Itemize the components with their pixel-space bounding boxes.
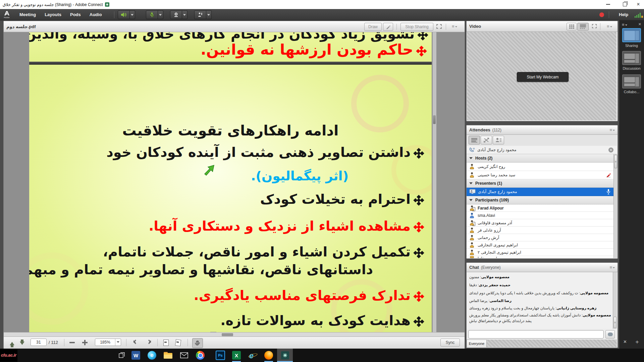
video-pod-menu-icon[interactable]: ≡: [607, 24, 612, 28]
menu-meeting[interactable]: Meeting: [19, 12, 36, 17]
taskbar-file-explorer[interactable]: [160, 349, 176, 362]
undo-button[interactable]: [132, 339, 140, 347]
horizontal-scroll-thumb[interactable]: [222, 333, 233, 336]
adobe-connect-app-icon: [105, 2, 109, 7]
layout-delete-icon[interactable]: ✕: [623, 339, 627, 344]
next-page-button[interactable]: [20, 340, 24, 347]
presenters-section-header[interactable]: Presenters (1): [467, 179, 618, 188]
presenter-row-selected[interactable]: محمود زارع جمال آبادی: [467, 188, 613, 196]
menu-audio[interactable]: Audio: [90, 12, 102, 17]
dismiss-active-speaker-icon[interactable]: ✕: [608, 147, 613, 153]
page-number-input[interactable]: 31: [31, 339, 47, 346]
attendee-row[interactable]: sma.Alavi: [467, 212, 613, 219]
microphone-button[interactable]: [146, 10, 158, 19]
taskbar-internet-explorer[interactable]: e: [245, 349, 260, 362]
share-vertical-scrollbar[interactable]: [432, 32, 436, 332]
fit-width-button[interactable]: [163, 340, 169, 346]
stop-sharing-button[interactable]: Stop Sharing: [400, 23, 433, 31]
attendees-scroll-thumb[interactable]: ≡: [614, 155, 617, 168]
menu-pods[interactable]: Pods: [70, 12, 81, 17]
vertical-scroll-thumb[interactable]: [433, 115, 436, 124]
taskbar-mail[interactable]: [176, 349, 192, 362]
attendee-row[interactable]: Farad Alipour: [467, 204, 613, 212]
layout-sharing-thumbnail[interactable]: [622, 28, 641, 42]
pointer-tool-button[interactable]: [383, 23, 393, 31]
status-options-dropdown[interactable]: [206, 10, 212, 19]
attendee-row[interactable]: آذر مسعودی قاوقانی: [467, 219, 613, 227]
zoom-in-button[interactable]: [82, 340, 88, 345]
redo-button[interactable]: [145, 339, 152, 347]
start-button[interactable]: cfu.ac.ir: [0, 349, 17, 362]
zoom-level-select[interactable]: 185%: [95, 339, 121, 346]
help-menu[interactable]: Help: [619, 12, 628, 17]
zoom-out-button[interactable]: [69, 342, 75, 343]
taskbar-firefox[interactable]: [261, 349, 276, 362]
chat-pod-menu-icon[interactable]: ≡: [609, 265, 615, 269]
video-filmstrip-view-button[interactable]: [577, 23, 589, 31]
chat-input[interactable]: [468, 330, 604, 339]
fit-page-button[interactable]: [175, 340, 181, 346]
attendee-row[interactable]: آرش رحمانی: [467, 234, 613, 241]
webcam-button[interactable]: [170, 10, 182, 19]
taskbar-adobe-connect-active[interactable]: [277, 349, 293, 362]
slide-title: ادامه راهکارهای تقویت خلاقیت: [29, 122, 432, 139]
chat-send-button[interactable]: [605, 330, 615, 339]
layout-add-icon[interactable]: ＋: [634, 338, 640, 346]
layout-collaboration-label[interactable]: Collabo...: [619, 90, 644, 94]
attendee-list-view-button[interactable]: [469, 136, 480, 144]
sync-button[interactable]: Sync: [440, 339, 460, 347]
pan-tool-button[interactable]: [192, 338, 203, 348]
layout-collaboration-thumbnail[interactable]: [622, 74, 641, 88]
layout-discussion-label[interactable]: Discussion: [619, 66, 644, 70]
layout-strip-menu-icon[interactable]: ≡: [622, 23, 627, 27]
task-view-button[interactable]: [114, 349, 129, 362]
participant-icon: [469, 242, 475, 248]
attendee-row[interactable]: احمد صفانیا: [467, 256, 613, 258]
taskbar-word[interactable]: W: [128, 349, 144, 362]
layout-strip-close-icon[interactable]: ✕: [638, 22, 641, 26]
raise-hand-icon: [198, 12, 203, 17]
chat-tab-everyone[interactable]: Everyone: [467, 340, 487, 347]
taskbar-excel[interactable]: X: [229, 349, 244, 362]
fullscreen-button[interactable]: [436, 23, 442, 31]
draw-button[interactable]: Draw: [364, 23, 382, 31]
breakout-icon: [484, 138, 489, 142]
layout-strip: ≡ ✕ Sharing Discussion Collabo... ✕ ＋: [619, 20, 644, 349]
layout-discussion-thumbnail[interactable]: [622, 51, 641, 65]
minimize-button[interactable]: [600, 0, 616, 9]
taskbar-edge[interactable]: e: [144, 349, 160, 362]
attendee-row[interactable]: سید محمد رضا حسینی: [467, 171, 613, 179]
attendees-scrollbar[interactable]: ≡: [613, 154, 618, 258]
close-button[interactable]: ×: [631, 0, 644, 9]
microphone-options-dropdown[interactable]: [158, 10, 163, 19]
video-grid-view-button[interactable]: [567, 23, 577, 31]
chat-scroll-thumb[interactable]: ≡: [613, 317, 616, 328]
attendee-row[interactable]: ابراهیم تیموری النجارقی: [467, 241, 613, 249]
previous-page-button[interactable]: [10, 340, 14, 347]
start-my-webcam-button[interactable]: Start My Webcam: [517, 72, 569, 82]
attendee-row[interactable]: روح انگیز کریمی: [467, 163, 613, 171]
speaker-button[interactable]: [118, 10, 130, 19]
share-horizontal-scrollbar[interactable]: [4, 332, 465, 337]
hosts-section-header[interactable]: Hosts (2): [467, 154, 618, 163]
set-status-button[interactable]: [194, 10, 206, 19]
status-view-button[interactable]: [493, 136, 504, 144]
share-pod-menu-icon[interactable]: ≡: [452, 24, 457, 28]
video-pod: Video ≡ Start My Webcam: [466, 21, 618, 121]
video-fullscreen-button[interactable]: [591, 23, 597, 30]
webcam-options-dropdown[interactable]: [182, 10, 187, 19]
connection-status-icon[interactable]: [635, 12, 643, 18]
breakout-view-button[interactable]: [481, 136, 492, 144]
pen-icon: [386, 25, 390, 29]
attendee-row[interactable]: ابراهیم تیموری النجارقی ۲: [467, 249, 613, 256]
attendee-row[interactable]: آرزو عادلی فر: [467, 227, 613, 234]
participants-section-header[interactable]: Participants (109): [467, 196, 618, 204]
chat-scrollbar[interactable]: ≡: [613, 272, 617, 329]
attendees-pod-menu-icon[interactable]: ≡: [609, 128, 615, 132]
taskbar-chrome[interactable]: [193, 349, 208, 362]
slide-line-red: تدارک فرصتهای مناسب یادگیری.: [194, 288, 426, 303]
menu-layouts[interactable]: Layouts: [45, 12, 61, 17]
speaker-options-dropdown[interactable]: [130, 10, 135, 19]
taskbar-photoshop[interactable]: Ps: [213, 349, 228, 362]
layout-sharing-label[interactable]: Sharing: [619, 44, 644, 48]
